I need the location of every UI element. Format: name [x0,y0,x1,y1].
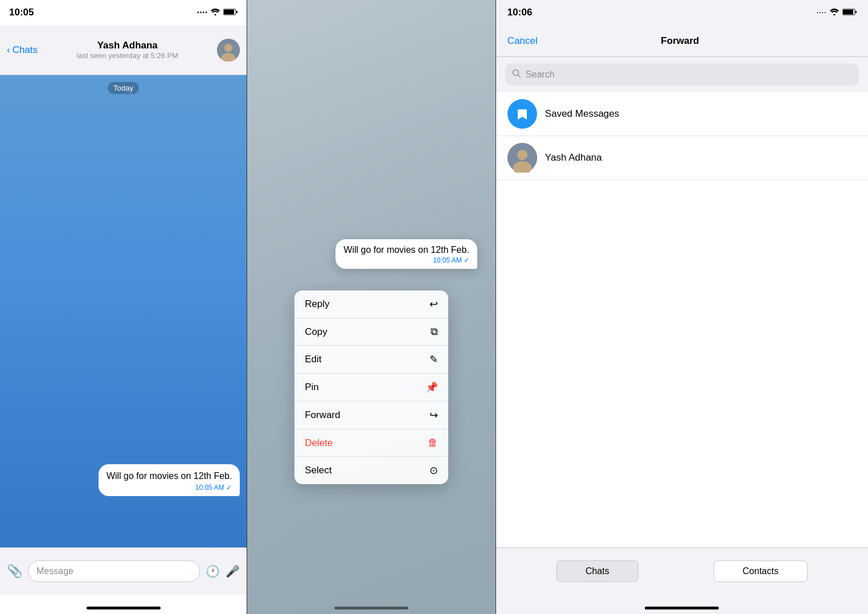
edit-label: Edit [305,354,321,365]
message-time: 10:05 AM [195,484,224,492]
home-bar [645,607,719,609]
svg-rect-2 [224,10,234,14]
input-right-icons: 🕐 🎤 [206,564,240,578]
saved-messages-name: Saved Messages [545,108,619,120]
menu-item-edit[interactable]: Edit ✎ [294,346,448,374]
cancel-button[interactable]: Cancel [507,35,538,47]
copy-icon: ⧉ [431,326,438,338]
back-label: Chats [13,44,38,56]
search-bar[interactable]: Search [505,64,859,85]
context-message-text: Will go for movies on 12th Feb. [343,245,469,255]
status-icons: ···· [816,7,857,18]
wifi-icon [830,7,839,18]
menu-item-delete[interactable]: Delete 🗑 [294,429,448,457]
nav-center: Yash Adhana last seen yesterday at 5:26 … [38,40,217,60]
home-indicator [247,595,495,614]
context-menu: Reply ↩ Copy ⧉ Edit ✎ Pin 📌 Forward ↪ De… [294,290,448,484]
forward-screen: 10:06 ···· Cancel Forward [496,0,868,614]
delete-label: Delete [305,437,333,449]
delete-icon: 🗑 [428,437,438,449]
copy-label: Copy [305,326,327,338]
avatar[interactable] [217,39,240,62]
svg-rect-10 [855,11,857,13]
chat-screen: 10:05 ···· ‹ Chats [0,0,247,614]
signal-icon: ···· [816,7,826,18]
home-bar [87,607,161,609]
context-message-bubble: Will go for movies on 12th Feb. 10:05 AM… [335,239,477,269]
status-time: 10:06 [507,7,532,18]
forward-contacts-list: Saved Messages Yash Adhana [496,92,868,547]
date-badge: Today [7,82,240,94]
search-placeholder: Search [526,69,555,80]
contact-status: last seen yesterday at 5:26 PM [77,51,178,60]
input-placeholder: Message [36,566,73,576]
contact-name: Yash Adhana [97,40,158,51]
chat-background: Today Will go for movies on 12th Feb. 10… [0,75,247,547]
back-button[interactable]: ‹ Chats [7,44,38,56]
menu-item-reply[interactable]: Reply ↩ [294,290,448,318]
select-label: Select [305,465,331,476]
pin-label: Pin [305,382,319,393]
edit-icon: ✎ [429,353,438,366]
input-bar: 📎 Message 🕐 🎤 [0,547,247,595]
status-icons: ···· [197,7,238,18]
menu-item-select[interactable]: Select ⊙ [294,457,448,484]
check-icon: ✓ [464,256,469,264]
forward-nav: Cancel Forward [496,25,868,57]
svg-rect-3 [236,11,238,13]
forward-icon: ↪ [429,409,438,421]
svg-point-0 [215,14,216,16]
emoji-icon[interactable]: 🕐 [206,564,220,578]
saved-messages-avatar [507,99,537,129]
svg-rect-9 [843,10,853,14]
yash-avatar [507,143,537,173]
svg-point-5 [224,44,232,52]
message-text: Will go for movies on 12th Feb. [107,470,232,482]
nav-bar: ‹ Chats Yash Adhana last seen yesterday … [0,25,247,75]
status-bar: 10:05 ···· [0,0,247,25]
status-bar: 10:06 ···· [496,0,868,25]
reply-label: Reply [305,298,329,310]
svg-point-7 [834,14,836,16]
forward-title: Forward [538,35,822,47]
menu-item-copy[interactable]: Copy ⧉ [294,318,448,346]
home-indicator [0,595,247,614]
menu-item-pin[interactable]: Pin 📌 [294,374,448,402]
pin-icon: 📌 [425,381,438,394]
yash-name: Yash Adhana [545,152,602,163]
attach-button[interactable]: 📎 [7,564,22,579]
chevron-left-icon: ‹ [7,44,10,56]
tab-contacts[interactable]: Contacts [714,560,808,582]
battery-icon [223,7,238,18]
tab-chats[interactable]: Chats [556,560,638,582]
mic-icon[interactable]: 🎤 [226,564,240,578]
message-input[interactable]: Message [28,560,200,582]
select-icon: ⊙ [429,464,438,477]
context-menu-screen: Will go for movies on 12th Feb. 10:05 AM… [247,0,495,614]
read-check-icon: ✓ [226,484,232,492]
message-meta: 10:05 AM ✓ [107,484,232,492]
wifi-icon [211,7,220,18]
context-message-time: 10:05 AM [433,256,462,264]
forward-item-saved[interactable]: Saved Messages [496,92,868,136]
reply-icon: ↩ [429,298,438,310]
battery-icon [842,7,857,18]
signal-icon: ···· [197,7,208,18]
search-icon [512,69,521,80]
home-bar [334,607,408,609]
svg-line-12 [518,75,520,77]
status-time: 10:05 [9,7,34,18]
home-indicator [496,595,868,614]
forward-label: Forward [305,410,340,421]
bottom-tabs: Chats Contacts [496,547,868,595]
context-message-meta: 10:05 AM ✓ [343,256,469,264]
menu-item-forward[interactable]: Forward ↪ [294,402,448,429]
message-bubble[interactable]: Will go for movies on 12th Feb. 10:05 AM… [99,464,240,496]
forward-item-yash[interactable]: Yash Adhana [496,136,868,180]
svg-point-14 [517,150,527,160]
